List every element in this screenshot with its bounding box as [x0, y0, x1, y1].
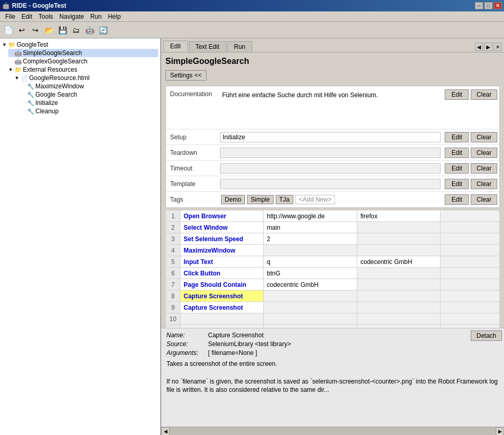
robot-button[interactable]: 🤖 — [83, 24, 96, 36]
tree-item-initialize[interactable]: 🔧 Initialize — [21, 99, 158, 107]
table-row[interactable]: 3Set Selenium Speed2 — [166, 233, 500, 245]
documentation-edit-btn[interactable]: Edit — [445, 89, 469, 100]
step-col2[interactable]: codecentric GmbH — [357, 256, 441, 268]
tag-demo[interactable]: Demo — [221, 195, 245, 204]
maximize-button[interactable]: □ — [484, 2, 493, 9]
menu-edit[interactable]: Edit — [18, 12, 35, 21]
tree-item-simple[interactable]: 🤖 SimpleGoogleSearch — [8, 49, 158, 57]
step-col1[interactable]: codecentric GmbH — [264, 279, 357, 291]
step-col3[interactable] — [441, 233, 500, 245]
step-col3[interactable] — [441, 256, 500, 268]
step-col2[interactable] — [357, 245, 441, 256]
tree-item-complex[interactable]: 🤖 ComplexGoogleSearch — [8, 57, 158, 65]
minimize-button[interactable]: ─ — [475, 2, 483, 9]
step-col2[interactable] — [357, 313, 441, 325]
tab-nav-detach[interactable]: ✕ — [494, 43, 502, 51]
tree-toggle-resource[interactable]: ▼ — [15, 75, 21, 81]
save-all-button[interactable]: 🗂 — [70, 24, 82, 36]
tags-edit-btn[interactable]: Edit — [445, 194, 469, 205]
teardown-input[interactable] — [220, 148, 441, 158]
tree-item-googlesearch[interactable]: 🔧 Google Search — [21, 90, 158, 99]
table-row[interactable]: 8Capture Screenshot — [166, 291, 500, 302]
teardown-clear-btn[interactable]: Clear — [471, 148, 497, 158]
scroll-left-button[interactable]: ◀ — [161, 427, 170, 436]
scroll-right-button[interactable]: ▶ — [496, 427, 504, 436]
step-col2[interactable]: firefox — [357, 210, 441, 222]
documentation-clear-btn[interactable]: Clear — [471, 89, 497, 100]
step-keyword[interactable]: Capture Screenshot — [180, 291, 264, 302]
step-col1[interactable]: 2 — [264, 233, 357, 245]
tree-item-resource[interactable]: ▼ 📄 GoogleResource.html — [15, 74, 158, 82]
tab-text-edit[interactable]: Text Edit — [189, 41, 226, 52]
step-keyword[interactable]: Click Button — [180, 268, 264, 279]
template-clear-btn[interactable]: Clear — [471, 179, 497, 189]
step-col3[interactable] — [441, 291, 500, 302]
tab-nav-prev[interactable]: ◀ — [475, 43, 483, 51]
tag-simple[interactable]: Simple — [247, 195, 274, 204]
step-col3[interactable] — [441, 268, 500, 279]
step-col2[interactable] — [357, 222, 441, 233]
step-keyword[interactable]: Select Window — [180, 222, 264, 233]
step-keyword[interactable]: Open Browser — [180, 210, 264, 222]
table-row[interactable]: 9Capture Screenshot — [166, 302, 500, 313]
table-row[interactable]: 6Click ButtonbtnG — [166, 268, 500, 279]
tree-item-external[interactable]: ▼ 📁 External Resources — [8, 65, 158, 74]
step-col1[interactable] — [264, 291, 357, 302]
step-keyword[interactable]: Capture Screenshot — [180, 302, 264, 313]
tree-toggle-root[interactable]: ▼ — [2, 42, 8, 47]
tree-toggle-external[interactable]: ▼ — [8, 67, 15, 72]
step-keyword[interactable]: MaximizeWindow — [180, 245, 264, 256]
table-row[interactable]: 7Page Should Containcodecentric GmbH — [166, 279, 500, 291]
back-button[interactable]: ↩ — [16, 24, 28, 36]
step-col1[interactable]: http://www.google.de — [264, 210, 357, 222]
menu-run[interactable]: Run — [87, 12, 105, 21]
open-button[interactable]: 📂 — [43, 24, 55, 36]
step-col2[interactable] — [357, 291, 441, 302]
step-col3[interactable] — [441, 302, 500, 313]
template-input[interactable] — [220, 179, 441, 189]
tree-root[interactable]: ▼ 📁 GoogleTest — [2, 41, 158, 49]
table-row[interactable]: 4MaximizeWindow — [166, 245, 500, 256]
step-keyword[interactable]: Input Text — [180, 256, 264, 268]
tree-item-maximize[interactable]: 🔧 MaximizeWindow — [21, 82, 158, 90]
close-button[interactable]: ✕ — [494, 2, 502, 9]
step-col1[interactable]: q — [264, 256, 357, 268]
step-col2[interactable] — [357, 302, 441, 313]
step-col1[interactable]: btnG — [264, 268, 357, 279]
step-col2[interactable] — [357, 279, 441, 291]
setup-clear-btn[interactable]: Clear — [471, 132, 497, 142]
step-col1[interactable] — [264, 245, 357, 256]
step-col3[interactable] — [441, 313, 500, 325]
menu-file[interactable]: File — [2, 12, 18, 21]
step-col2[interactable] — [357, 268, 441, 279]
step-col3[interactable] — [441, 245, 500, 256]
new-button[interactable]: 📄 — [2, 24, 15, 36]
table-row[interactable]: 10 — [166, 313, 500, 325]
setup-edit-btn[interactable]: Edit — [445, 132, 469, 142]
step-col1[interactable]: main — [264, 222, 357, 233]
forward-button[interactable]: ↪ — [29, 24, 42, 36]
step-keyword[interactable] — [180, 313, 264, 325]
step-col3[interactable] — [441, 222, 500, 233]
settings-button[interactable]: Settings << — [165, 70, 206, 81]
timeout-clear-btn[interactable]: Clear — [471, 163, 497, 174]
template-edit-btn[interactable]: Edit — [445, 179, 469, 189]
setup-input[interactable] — [220, 132, 441, 142]
menu-tools[interactable]: Tools — [35, 12, 56, 21]
step-keyword[interactable]: Set Selenium Speed — [180, 233, 264, 245]
refresh-button[interactable]: 🔄 — [97, 24, 109, 36]
tree-item-cleanup[interactable]: 🔧 Cleanup — [21, 107, 158, 115]
step-col3[interactable] — [441, 279, 500, 291]
table-row[interactable]: 5Input Textqcodecentric GmbH — [166, 256, 500, 268]
tags-clear-btn[interactable]: Clear — [471, 194, 497, 205]
tag-tja[interactable]: TJa — [276, 195, 293, 204]
step-col2[interactable] — [357, 233, 441, 245]
save-button[interactable]: 💾 — [56, 24, 69, 36]
detach-button[interactable]: Detach — [471, 331, 502, 341]
tab-edit[interactable]: Edit — [163, 41, 188, 52]
table-row[interactable]: 1Open Browserhttp://www.google.defirefox — [166, 210, 500, 222]
tab-nav-next[interactable]: ▶ — [484, 43, 493, 51]
tab-run[interactable]: Run — [227, 41, 252, 52]
menu-help[interactable]: Help — [105, 12, 124, 21]
step-col1[interactable] — [264, 313, 357, 325]
